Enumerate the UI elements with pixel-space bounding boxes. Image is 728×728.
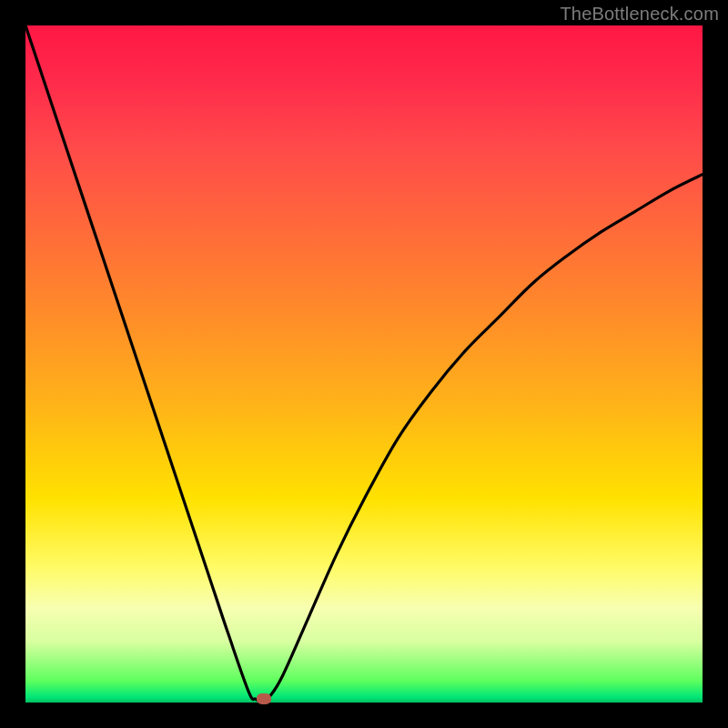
bottleneck-curve-path — [25, 25, 703, 703]
watermark-text: TheBottleneck.com — [560, 4, 719, 25]
plot-area — [25, 25, 703, 703]
curve-svg — [25, 25, 703, 703]
vertex-marker — [257, 693, 271, 704]
chart-frame: TheBottleneck.com — [0, 0, 728, 728]
